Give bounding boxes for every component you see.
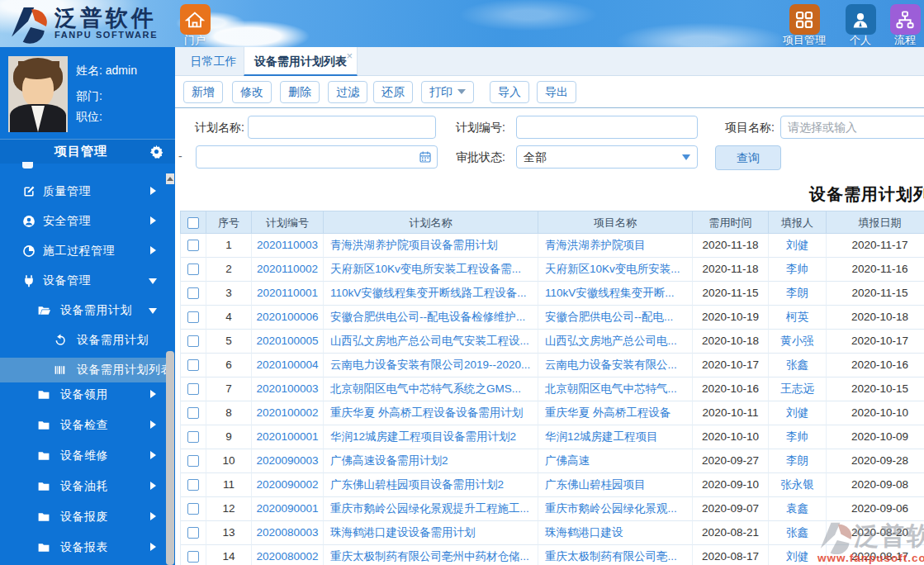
sidebar-item-设备需用计划列表-selected[interactable]: 设备需用计划列表 xyxy=(0,358,168,382)
cell-reporter[interactable]: 张鑫 xyxy=(769,354,827,377)
cell-plan_name[interactable]: 安徽合肥供电公司--配电设备检修维护... xyxy=(324,306,538,330)
修改-button[interactable]: 修改 xyxy=(232,81,272,103)
module-header[interactable]: 项目管理 xyxy=(0,139,175,164)
cell-project_name[interactable]: 北京朝阳区电气中芯特气... xyxy=(538,377,693,401)
cell-plan_name[interactable]: 北京朝阳区电气中芯特气系统之GMS... xyxy=(324,377,538,401)
过滤-button[interactable]: 过滤 xyxy=(328,81,367,103)
新增-button[interactable]: 新增 xyxy=(183,81,223,103)
cell-reporter[interactable]: 李帅 xyxy=(769,258,827,282)
sidebar-item-安全管理[interactable]: 安全管理 xyxy=(0,209,168,234)
plan-no-input[interactable] xyxy=(516,116,698,139)
cell-plan_name[interactable]: 青海洪湖养护院项目设备需用计划 xyxy=(324,234,538,258)
table-row[interactable]: 92020100001华润12城房建工程项目设备需用计划2华润12城房建工程项目… xyxy=(180,425,924,449)
portal-nav-item[interactable]: 门户 xyxy=(172,4,218,48)
cell-reporter[interactable]: 李朗 xyxy=(769,449,827,473)
sidebar-item-设备需用计划[interactable]: 设备需用计划 xyxy=(0,328,168,353)
cell-plan_no[interactable]: 2020100006 xyxy=(252,306,324,330)
cell-plan_no[interactable]: 2020100002 xyxy=(252,401,324,425)
project-name-input[interactable] xyxy=(780,116,924,139)
sidebar-item-质量管理[interactable]: 质量管理 xyxy=(0,179,168,204)
cell-plan_no[interactable]: 2020080003 xyxy=(252,521,324,545)
chevron-down-icon[interactable] xyxy=(682,154,690,160)
cell-project_name[interactable]: 重庆太极制药有限公司亳... xyxy=(538,545,693,565)
cell-plan_name[interactable]: 重庆市鹅岭公园绿化景观提升工程施工... xyxy=(324,497,538,521)
cell-plan_name[interactable]: 珠海鹤港口建设设备需用计划 xyxy=(324,521,538,545)
cell-project_name[interactable]: 广东佛山碧桂园项目 xyxy=(538,473,693,497)
select-all-checkbox[interactable] xyxy=(187,217,199,229)
cell-plan_name[interactable]: 重庆太极制药有限公司亳州中药材仓储... xyxy=(324,545,538,565)
打印-button[interactable]: 打印 xyxy=(421,81,474,103)
plan-name-input[interactable] xyxy=(248,116,436,139)
cell-project_name[interactable]: 重庆华夏 外高桥工程设备 xyxy=(538,401,693,425)
cell-project_name[interactable]: 华润12城房建工程项目 xyxy=(538,425,693,449)
cell-plan_no[interactable]: 2020090001 xyxy=(252,497,324,521)
tab-日常工作[interactable]: 日常工作 xyxy=(183,47,244,76)
row-checkbox[interactable] xyxy=(187,287,199,299)
sidebar-scrollbar-thumb[interactable] xyxy=(166,351,174,565)
cell-plan_no[interactable]: 2020100003 xyxy=(252,377,324,401)
row-checkbox[interactable] xyxy=(187,383,199,395)
table-row[interactable]: 12020110003青海洪湖养护院项目设备需用计划青海洪湖养护院项目2020-… xyxy=(180,234,924,258)
cell-plan_no[interactable]: 2020110001 xyxy=(252,282,324,306)
sidebar-item-设备报废[interactable]: 设备报废 xyxy=(0,505,168,529)
cell-project_name[interactable]: 安徽合肥供电公司--配电... xyxy=(538,306,693,330)
tab-设备需用计划列表[interactable]: 设备需用计划列表× xyxy=(244,47,358,76)
row-checkbox[interactable] xyxy=(187,479,199,491)
cell-plan_name[interactable]: 重庆华夏 外高桥工程设备设备需用计划 xyxy=(324,401,538,425)
table-row[interactable]: 42020100006安徽合肥供电公司--配电设备检修维护...安徽合肥供电公司… xyxy=(180,306,924,330)
row-checkbox[interactable] xyxy=(187,551,199,563)
cell-plan_name[interactable]: 110kV安徽线程集变开断线路工程设备... xyxy=(324,282,538,306)
sidebar-item-设备油耗[interactable]: 设备油耗 xyxy=(0,474,168,499)
cell-project_name[interactable]: 110kV安徽线程集变开断... xyxy=(538,282,693,306)
sidebar-item-设备检查[interactable]: 设备检查 xyxy=(0,413,168,438)
table-row[interactable]: 122020090001重庆市鹅岭公园绿化景观提升工程施工...重庆市鹅岭公园绿… xyxy=(180,497,924,521)
cell-reporter[interactable]: 李帅 xyxy=(769,425,827,449)
sidebar-item-设备需用计划[interactable]: 设备需用计划 xyxy=(0,298,168,323)
cell-plan_no[interactable]: 2020100004 xyxy=(252,354,324,377)
cell-project_name[interactable]: 青海洪湖养护院项目 xyxy=(538,234,693,258)
table-row[interactable]: 102020090003广佛高速设备需用计划2广佛高速2020-09-27李朗2… xyxy=(180,449,924,473)
row-checkbox[interactable] xyxy=(187,264,199,275)
cell-reporter[interactable]: 李朗 xyxy=(769,282,827,306)
table-row[interactable]: 112020090002广东佛山碧桂园项目设备需用计划2广东佛山碧桂园项目202… xyxy=(180,473,924,497)
cell-project_name[interactable]: 广佛高速 xyxy=(538,449,693,473)
sidebar-item-设备管理[interactable]: 设备管理 xyxy=(0,268,168,293)
cell-reporter[interactable]: 张永银 xyxy=(769,473,827,497)
cell-plan_no[interactable]: 2020080002 xyxy=(252,545,324,565)
cell-project_name[interactable]: 珠海鹤港口建设 xyxy=(538,521,693,545)
删除-button[interactable]: 删除 xyxy=(280,81,320,103)
approval-status-select[interactable]: 全部 xyxy=(516,145,698,169)
sidebar-item-设备维修[interactable]: 设备维修 xyxy=(0,444,168,468)
top-nav-item-3[interactable]: 流程 xyxy=(882,4,924,48)
cell-project_name[interactable]: 山西弘文房地产总公司电... xyxy=(538,330,693,354)
search-button[interactable]: 查询 xyxy=(715,145,781,170)
row-checkbox[interactable] xyxy=(187,359,199,371)
cell-plan_no[interactable]: 2020100001 xyxy=(252,425,324,449)
cell-reporter[interactable]: 刘健 xyxy=(769,545,827,565)
top-nav-item-2[interactable]: 个人 xyxy=(837,4,884,48)
row-checkbox[interactable] xyxy=(187,311,199,323)
row-checkbox[interactable] xyxy=(187,527,199,539)
row-checkbox[interactable] xyxy=(187,407,199,419)
cell-plan_name[interactable]: 华润12城房建工程项目设备需用计划2 xyxy=(324,425,538,449)
table-row[interactable]: 22020110002天府新区10Kv变电所安装工程设备需...天府新区10Kv… xyxy=(180,258,924,282)
cell-plan_name[interactable]: 天府新区10Kv变电所安装工程设备需... xyxy=(324,258,538,282)
cell-reporter[interactable]: 王志远 xyxy=(769,377,827,401)
gear-icon[interactable] xyxy=(149,145,163,159)
cell-plan_no[interactable]: 2020110002 xyxy=(252,258,324,282)
cell-reporter[interactable]: 柯英 xyxy=(769,306,827,330)
cell-plan_no[interactable]: 2020110003 xyxy=(252,234,324,258)
calendar-icon[interactable] xyxy=(419,150,432,164)
cell-reporter[interactable]: 刘健 xyxy=(769,234,827,258)
cell-plan_no[interactable]: 2020090002 xyxy=(252,473,324,497)
cell-plan_name[interactable]: 广佛高速设备需用计划2 xyxy=(324,449,538,473)
cell-plan_name[interactable]: 云南电力设备安装有限公司2019--2020... xyxy=(324,354,538,377)
sidebar-item-设备报表[interactable]: 设备报表 xyxy=(0,535,168,560)
cell-project_name[interactable]: 云南电力设备安装有限公... xyxy=(538,354,693,377)
row-checkbox[interactable] xyxy=(187,240,199,251)
row-checkbox[interactable] xyxy=(187,335,199,347)
cell-plan_name[interactable]: 广东佛山碧桂园项目设备需用计划2 xyxy=(324,473,538,497)
close-icon[interactable]: × xyxy=(346,47,353,70)
cell-plan_no[interactable]: 2020100005 xyxy=(252,330,324,354)
table-row[interactable]: 142020080002重庆太极制药有限公司亳州中药材仓储...重庆太极制药有限… xyxy=(180,545,924,565)
